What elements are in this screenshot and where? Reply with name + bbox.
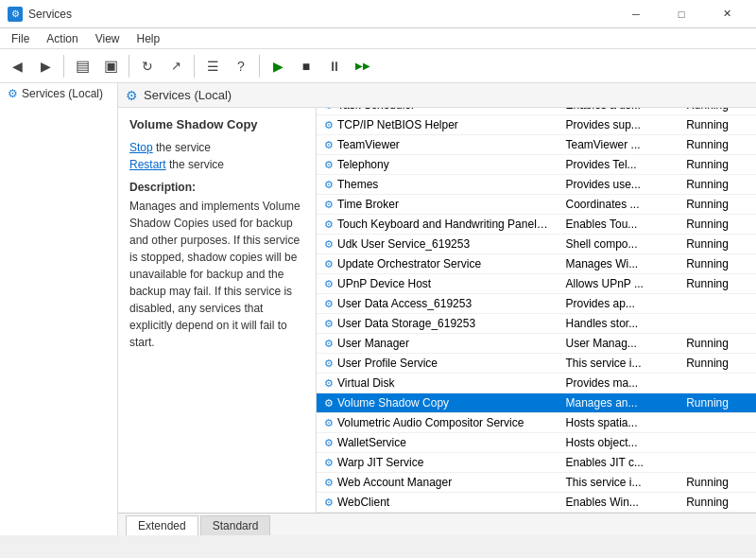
service-status-cell [679,374,755,393]
service-name-cell: ⚙UPnP Device Host [317,274,558,294]
forward-button[interactable]: ▶ [32,53,59,79]
start-service-button[interactable]: ▶ [265,53,291,79]
description-content: Manages and implements Volume Shadow Cop… [129,198,304,351]
menu-file[interactable]: File [4,30,37,47]
menu-action[interactable]: Action [39,30,85,47]
service-desc-cell: Manages Wi... [558,254,679,274]
properties-button[interactable]: ☰ [199,53,226,79]
service-desc-cell: This service i... [558,354,679,374]
pause-service-button[interactable]: ⏸ [321,53,348,79]
main-area: ⚙ Services (Local) ⚙ Services (Local) Vo… [0,83,756,535]
service-desc-cell: Shell compo... [558,235,679,254]
show-action-button[interactable]: ▣ [97,53,124,79]
service-status-cell: Running [679,254,755,274]
service-icon: ⚙ [324,139,334,150]
service-status-cell: Running [679,235,755,254]
show-tree-button[interactable]: ▤ [69,53,95,79]
service-icon: ⚙ [324,179,334,190]
service-desc-cell: Coordinates ... [558,195,679,215]
title-bar: ⚙ Services ─ □ ✕ [0,0,756,28]
service-icon: ⚙ [324,397,334,409]
tab-extended[interactable]: Extended [126,515,198,535]
service-status-cell: Running [679,274,755,294]
service-icon: ⚙ [324,357,334,369]
minimize-button[interactable]: ─ [614,5,658,24]
refresh-button[interactable]: ↻ [134,53,161,79]
table-row[interactable]: ⚙Volumetric Audio Compositor ServiceHost… [317,413,756,433]
table-row[interactable]: ⚙Warp JIT ServiceEnables JIT c... [317,453,756,473]
table-row[interactable]: ⚙Time BrokerCoordinates ...Running [317,195,756,215]
table-row[interactable]: ⚙TelephonyProvides Tel...Running [317,155,756,175]
back-button[interactable]: ◀ [4,53,30,79]
table-row[interactable]: ⚙TeamViewerTeamViewer ...Running [317,135,756,155]
service-desc-cell: Enables a us... [558,108,679,115]
table-row[interactable]: ⚙ThemesProvides use...Running [317,175,756,195]
service-status-cell: Running [679,195,755,215]
app-icon: ⚙ [8,7,23,22]
bottom-tabs: Extended Standard [118,513,756,535]
table-row[interactable]: ⚙WalletServiceHosts object... [317,433,756,453]
table-row[interactable]: ⚙Virtual DiskProvides ma... [317,374,756,393]
service-name-cell: ⚙Virtual Disk [317,374,558,393]
description-panel: Volume Shadow Copy Stop the service Rest… [118,108,317,513]
table-row[interactable]: ⚙User Data Storage_619253Handles stor... [317,314,756,334]
service-desc-cell: Hosts object... [558,433,679,453]
restart-link[interactable]: Restart [129,158,166,171]
table-row[interactable]: ⚙User Data Access_619253Provides ap... [317,294,756,314]
stop-link[interactable]: Stop [129,141,153,154]
service-icon: ⚙ [324,238,334,250]
service-status-cell [679,294,755,314]
menu-help[interactable]: Help [129,30,168,47]
desc-title: Volume Shadow Copy [129,117,304,131]
service-icon: ⚙ [324,437,334,448]
service-name-cell: ⚙TCP/IP NetBIOS Helper [317,115,558,135]
service-name-cell: ⚙Task Scheduler [317,108,558,115]
table-row[interactable]: ⚙WebClientEnables Win...Running [317,493,756,513]
sidebar-item-services-local[interactable]: ⚙ Services (Local) [0,83,117,104]
resume-service-button[interactable]: ▶▶ [350,53,376,79]
stop-service-button[interactable]: ■ [293,53,319,79]
service-desc-cell: Enables JIT c... [558,453,679,473]
table-row[interactable]: ⚙User ManagerUser Manag...Running [317,334,756,354]
services-table-panel: Name Description Status ⚙Task SchedulerE… [317,108,756,513]
service-icon: ⚙ [324,159,334,170]
service-name-cell: ⚙Time Broker [317,195,558,215]
menu-view[interactable]: View [88,30,128,47]
table-row[interactable]: ⚙Task SchedulerEnables a us...Running [317,108,756,115]
export-button[interactable]: ↗ [163,53,189,79]
split-area: Volume Shadow Copy Stop the service Rest… [118,108,756,513]
toolbar-sep3 [194,55,195,78]
service-status-cell: Running [679,215,755,235]
maximize-button[interactable]: □ [660,5,703,24]
close-button[interactable]: ✕ [705,5,748,24]
table-row[interactable]: ⚙User Profile ServiceThis service i...Ru… [317,354,756,374]
table-row[interactable]: ⚙Volume Shadow CopyManages an...Running [317,393,756,413]
service-name-cell: ⚙WalletService [317,433,558,453]
service-name-cell: ⚙Telephony [317,155,558,175]
table-row[interactable]: ⚙Touch Keyboard and Handwriting Panel Se… [317,215,756,235]
service-name-cell: ⚙User Data Access_619253 [317,294,558,314]
table-row[interactable]: ⚙UPnP Device HostAllows UPnP ...Running [317,274,756,294]
service-icon: ⚙ [324,258,334,270]
tab-standard[interactable]: Standard [200,515,271,535]
services-header: ⚙ Services (Local) [118,83,756,108]
service-status-cell: Running [679,354,755,374]
service-desc-cell: TeamViewer ... [558,135,679,155]
service-desc-cell: Provides use... [558,175,679,195]
help-toolbar-button[interactable]: ? [228,53,254,79]
service-name-cell: ⚙Volume Shadow Copy [317,393,558,413]
service-icon: ⚙ [324,377,334,389]
toolbar-sep2 [129,55,129,78]
service-desc-cell: This service i... [558,473,679,493]
table-row[interactable]: ⚙TCP/IP NetBIOS HelperProvides sup...Run… [317,115,756,135]
service-status-cell [679,453,755,473]
table-row[interactable]: ⚙Update Orchestrator ServiceManages Wi..… [317,254,756,274]
table-row[interactable]: ⚙Udk User Service_619253Shell compo...Ru… [317,235,756,254]
service-status-cell: Running [679,175,755,195]
service-name-cell: ⚙Touch Keyboard and Handwriting Panel Se… [317,215,558,235]
service-name-cell: ⚙Update Orchestrator Service [317,254,558,274]
description-label: Description: [129,181,304,194]
service-icon: ⚙ [324,417,334,428]
table-row[interactable]: ⚙Web Account ManagerThis service i...Run… [317,473,756,493]
toolbar: ◀ ▶ ▤ ▣ ↻ ↗ ☰ ? ▶ ■ ⏸ ▶▶ [0,49,756,83]
